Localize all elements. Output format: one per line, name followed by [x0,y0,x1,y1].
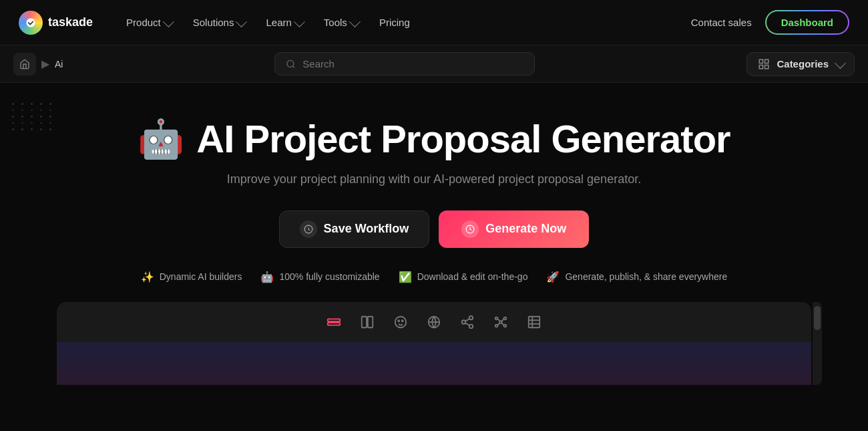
check-icon: ✅ [399,271,412,283]
toolbar-preview-container [57,302,811,385]
feature-customizable: 🤖 100% fully customizable [260,271,379,283]
scrollbar-thumb [814,306,821,330]
hero-subtitle: Improve your project planning with our A… [227,172,641,186]
svg-point-26 [499,321,502,323]
search-icon [286,59,296,69]
home-button[interactable] [13,53,36,76]
page-title: AI Project Proposal Generator [196,118,730,160]
svg-line-27 [497,319,499,321]
toolbar-preview [57,302,811,342]
svg-point-19 [469,324,473,328]
svg-point-17 [469,316,473,320]
svg-point-12 [395,317,407,328]
categories-button[interactable]: Categories [746,52,855,76]
nav-item-product[interactable]: Product [117,11,181,33]
toolbar-icons [323,311,545,333]
sparkle-icon: ✨ [141,271,154,283]
toolbar-globe-icon[interactable] [423,311,445,333]
svg-line-20 [465,323,469,325]
categories-icon [758,58,770,70]
logo-icon [19,11,43,35]
svg-rect-3 [765,59,769,63]
svg-point-0 [26,18,35,27]
svg-rect-8 [328,319,340,321]
toolbar-face-icon[interactable] [390,311,411,333]
nav-links: Product Solutions Learn Tools Pricing [117,11,691,33]
rocket-icon: 🚀 [546,271,560,283]
svg-rect-2 [760,59,763,63]
svg-line-28 [502,319,504,321]
save-workflow-button[interactable]: Save Workflow [279,210,430,248]
svg-rect-4 [760,65,763,68]
breadcrumb-separator: ▶ [41,57,49,70]
toolbar-layers-icon[interactable] [323,311,345,333]
svg-point-1 [287,60,294,67]
svg-line-21 [465,319,469,321]
search-input[interactable] [302,58,523,69]
contact-sales-link[interactable]: Contact sales [691,17,752,28]
feature-share: 🚀 Generate, publish, & share everywhere [546,271,727,283]
main-content: 🤖 AI Project Proposal Generator Improve … [0,83,868,405]
nav-item-solutions[interactable]: Solutions [184,11,254,33]
svg-point-25 [504,324,507,327]
svg-rect-11 [368,317,373,328]
logo-text: taskade [48,15,93,29]
nav-item-pricing[interactable]: Pricing [370,11,419,33]
breadcrumb: ▶ Ai [13,53,63,76]
cta-buttons: Save Workflow Generate Now [279,210,590,248]
nav-right: Contact sales Dashboard [691,10,849,35]
svg-rect-31 [529,317,540,328]
svg-point-23 [504,317,507,319]
logo[interactable]: taskade [19,11,93,35]
chevron-down-icon [349,16,361,27]
hero-title-row: 🤖 AI Project Proposal Generator [138,118,730,160]
search-bar[interactable] [274,52,535,76]
features-row: ✨ Dynamic AI builders 🤖 100% fully custo… [141,271,728,283]
toolbar-table-icon[interactable] [523,311,545,333]
main-nav: taskade Product Solutions Learn Tools Pr… [0,0,868,45]
robot-emoji: 🤖 [138,120,184,158]
robot-icon: 🤖 [260,271,274,283]
dashboard-button[interactable]: Dashboard [765,10,849,35]
save-icon [300,221,317,238]
chevron-down-icon [163,16,174,27]
decorative-dots [12,103,54,130]
svg-point-14 [402,320,403,321]
breadcrumb-current: Ai [55,59,63,69]
toolbar-share-icon[interactable] [457,311,478,333]
feature-dynamic-ai: ✨ Dynamic AI builders [141,271,242,283]
svg-rect-10 [362,317,367,328]
scrollbar[interactable] [813,302,822,385]
nav-item-tools[interactable]: Tools [314,11,367,33]
generate-icon [461,221,479,238]
svg-rect-5 [765,65,769,68]
chevron-down-icon [294,16,305,27]
chevron-down-icon [236,16,247,27]
toolbar-columns-icon[interactable] [357,311,378,333]
nav-item-learn[interactable]: Learn [256,11,311,33]
svg-point-13 [398,320,399,321]
svg-point-22 [495,317,498,319]
svg-point-18 [462,320,466,324]
svg-line-29 [497,323,499,325]
categories-label: Categories [777,58,829,69]
svg-point-24 [495,324,498,327]
toolbar-nodes-icon[interactable] [490,311,511,333]
breadcrumb-bar: ▶ Ai Categories [0,45,868,83]
feature-download: ✅ Download & edit on-the-go [399,271,528,283]
svg-line-30 [502,323,504,325]
generate-now-button[interactable]: Generate Now [439,210,589,248]
svg-rect-9 [328,323,340,325]
chevron-down-icon [835,57,846,69]
toolbar-content-preview [57,342,811,385]
